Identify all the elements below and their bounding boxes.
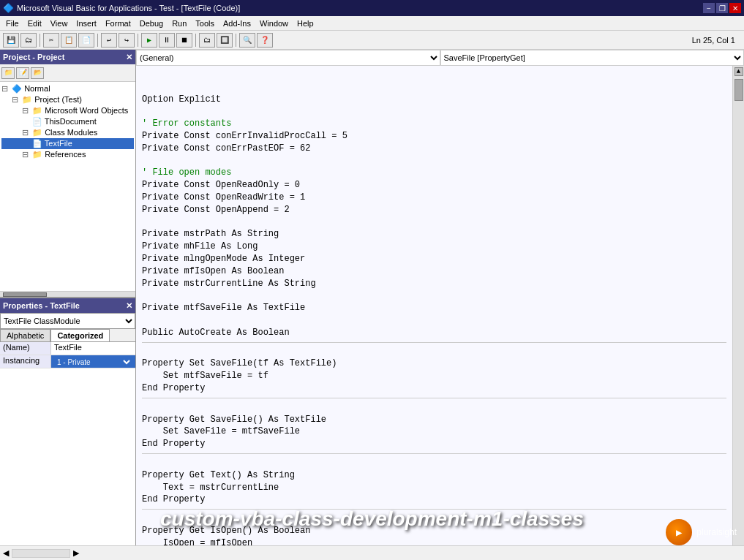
- tree-item-references[interactable]: ⊟ 📁 References: [1, 149, 134, 160]
- properties-tabs: Alphabetic Categorized: [0, 329, 135, 342]
- tree-item-classmodules[interactable]: ⊟ 📁 Class Modules: [1, 127, 134, 138]
- properties-panel: Properties - TextFile ✕ TextFile ClassMo…: [0, 298, 135, 545]
- left-panel: Project - Project ✕ 📁 📝 📂 ⊟ 🔷 Normal ⊟ 📁…: [0, 50, 136, 545]
- toolbar-project[interactable]: 🗂: [199, 33, 215, 48]
- menu-item-insert[interactable]: Insert: [72, 18, 101, 29]
- properties-title: Properties - TextFile: [3, 301, 80, 310]
- toolbar-paste[interactable]: 📄: [78, 33, 94, 48]
- prop-instancing-value[interactable]: 1 - Private 2 - PublicNotCreatable: [51, 355, 135, 368]
- menu-item-file[interactable]: File: [1, 18, 23, 29]
- menu-item-window[interactable]: Window: [255, 18, 293, 29]
- tree-item-project[interactable]: ⊟ 📁 Project (Test): [1, 94, 134, 105]
- toolbar-btn-2[interactable]: 🗂: [20, 33, 37, 48]
- toolbar-save[interactable]: 💾: [3, 33, 19, 48]
- tree-label-thisdoc: ThisDocument: [45, 117, 97, 126]
- cursor-position: Ln 25, Col 1: [692, 36, 741, 45]
- tree-item-word-objects[interactable]: ⊟ 📁 Microsoft Word Objects: [1, 105, 134, 116]
- tab-alphabetic[interactable]: Alphabetic: [0, 329, 50, 341]
- tree-item-thisdoc[interactable]: 📄 ThisDocument: [1, 116, 134, 127]
- prop-instancing-label: Instancing: [0, 355, 51, 368]
- menu-item-edit[interactable]: Edit: [23, 18, 46, 29]
- tree-icon-classes: 📁: [32, 128, 42, 137]
- close-button[interactable]: ✕: [729, 3, 741, 13]
- scroll-thumb[interactable]: [734, 79, 743, 101]
- pluralsight-icon: ▶: [666, 519, 692, 545]
- status-left-btn[interactable]: ◀: [3, 548, 9, 558]
- menu-item-format[interactable]: Format: [101, 18, 135, 29]
- pluralsight-logo: ▶ pluralsight: [666, 519, 737, 545]
- toolbar-sep-1: [40, 34, 40, 47]
- tree-item-textfile[interactable]: 📄 TextFile: [1, 138, 134, 149]
- general-dropdown[interactable]: (General): [136, 50, 440, 66]
- toolbar-run[interactable]: ▶: [141, 33, 157, 48]
- toolbar-reset[interactable]: ⏹: [176, 33, 192, 48]
- tree-icon-textfile: 📄: [32, 139, 42, 148]
- app-icon: 🔷: [3, 3, 14, 13]
- properties-class-select[interactable]: TextFile ClassModule: [0, 313, 135, 329]
- window-title: Microsoft Visual Basic for Applications …: [17, 4, 240, 12]
- toolbar-find[interactable]: 🔍: [239, 33, 255, 48]
- project-toggle-folders[interactable]: 📂: [31, 67, 44, 79]
- toolbar-help[interactable]: ❓: [257, 33, 273, 48]
- prop-row-instancing: Instancing 1 - Private 2 - PublicNotCrea…: [0, 355, 135, 368]
- status-scrollbar[interactable]: [12, 549, 70, 558]
- project-horizontal-scrollbar[interactable]: [0, 291, 135, 297]
- minimize-button[interactable]: −: [703, 3, 715, 13]
- status-right-btn[interactable]: ▶: [73, 548, 79, 558]
- code-text: Option Explicit ' Error constants Privat…: [136, 66, 732, 545]
- toolbar-sep-2: [97, 34, 98, 47]
- prop-name-label: (Name): [0, 342, 51, 355]
- tree-icon-thisdoc: 📄: [32, 117, 42, 126]
- tree-icon-word: 📁: [32, 106, 42, 115]
- code-content[interactable]: Option Explicit ' Error constants Privat…: [136, 66, 732, 545]
- menu-item-view[interactable]: View: [46, 18, 72, 29]
- prop-name-value[interactable]: TextFile: [51, 342, 135, 355]
- project-panel-close[interactable]: ✕: [126, 53, 132, 62]
- code-area: (General) SaveFile [PropertyGet] Option …: [136, 50, 744, 545]
- menu-item-tools[interactable]: Tools: [191, 18, 219, 29]
- toolbar-cut[interactable]: ✂: [43, 33, 59, 48]
- tab-categorized[interactable]: Categorized: [50, 329, 110, 341]
- tree-label-normal: Normal: [24, 84, 50, 93]
- project-view-objects[interactable]: 📁: [1, 67, 15, 79]
- tree-expand-classes: ⊟: [22, 128, 29, 137]
- toolbar-undo[interactable]: ↩: [101, 33, 117, 48]
- project-panel: Project - Project ✕ 📁 📝 📂 ⊟ 🔷 Normal ⊟ 📁…: [0, 50, 135, 298]
- project-toolbar: 📁 📝 📂: [0, 64, 135, 82]
- menu-item-help[interactable]: Help: [293, 18, 318, 29]
- menu-item-addins[interactable]: Add-Ins: [219, 18, 255, 29]
- tree-label-word: Microsoft Word Objects: [45, 106, 128, 115]
- toolbar: 💾 🗂 ✂ 📋 📄 ↩ ↪ ▶ ⏸ ⏹ 🗂 🔲 🔍 ❓ Ln 25, Col 1: [0, 31, 744, 50]
- tree-icon-project: 📁: [22, 95, 32, 104]
- status-bar: ◀ ▶: [0, 545, 744, 560]
- tree-label-project: Project (Test): [34, 95, 82, 104]
- project-panel-title: Project - Project: [3, 53, 64, 61]
- tree-expand-refs: ⊟: [22, 150, 29, 159]
- tree-item-normal[interactable]: ⊟ 🔷 Normal: [1, 83, 134, 94]
- toolbar-copy[interactable]: 📋: [61, 33, 77, 48]
- main-content: Project - Project ✕ 📁 📝 📂 ⊟ 🔷 Normal ⊟ 📁…: [0, 50, 744, 545]
- project-view-code[interactable]: 📝: [16, 67, 29, 79]
- properties-close[interactable]: ✕: [126, 301, 132, 311]
- title-bar: 🔷 Microsoft Visual Basic for Application…: [0, 0, 744, 16]
- pluralsight-label: pluralsight: [696, 527, 737, 537]
- scroll-up-btn[interactable]: ▲: [734, 67, 743, 76]
- prop-row-name: (Name) TextFile: [0, 342, 135, 355]
- procedure-dropdown[interactable]: SaveFile [PropertyGet]: [440, 50, 745, 66]
- restore-button[interactable]: ❐: [716, 3, 728, 13]
- project-tree: ⊟ 🔷 Normal ⊟ 📁 Project (Test) ⊟ 📁 Micros…: [0, 82, 135, 291]
- toolbar-redo[interactable]: ↪: [119, 33, 135, 48]
- tree-expand-project: ⊟: [12, 95, 18, 104]
- menu-bar: File Edit View Insert Format Debug Run T…: [0, 16, 744, 31]
- menu-item-run[interactable]: Run: [168, 18, 191, 29]
- toolbar-break[interactable]: ⏸: [159, 33, 175, 48]
- tree-icon-refs: 📁: [32, 150, 42, 159]
- tree-label-refs: References: [45, 150, 86, 159]
- code-vertical-scrollbar[interactable]: ▲: [732, 66, 744, 545]
- menu-item-debug[interactable]: Debug: [135, 18, 168, 29]
- tree-label-textfile: TextFile: [45, 139, 72, 148]
- toolbar-sep-3: [138, 34, 138, 47]
- instancing-select[interactable]: 1 - Private 2 - PublicNotCreatable: [54, 356, 132, 368]
- toolbar-sep-4: [195, 34, 196, 47]
- toolbar-objbrowser[interactable]: 🔲: [217, 33, 233, 48]
